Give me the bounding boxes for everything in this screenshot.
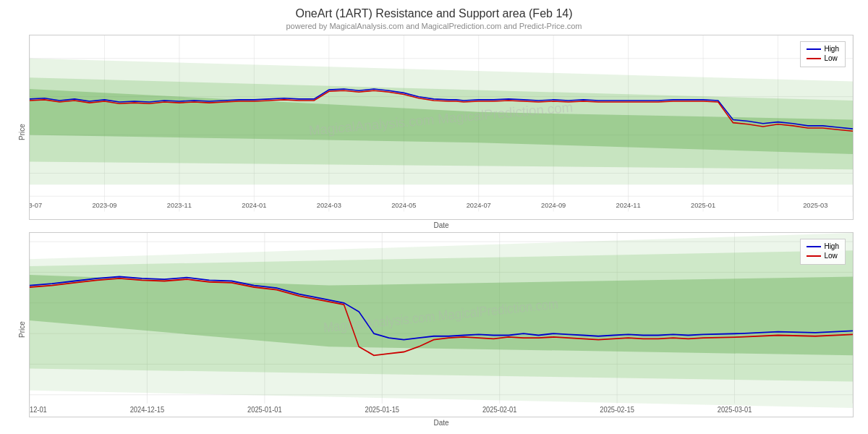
charts-area: Price [14,35,854,427]
chart2-y-label: Price [14,232,29,427]
legend-low-item: Low [807,54,839,62]
svg-text:2025-02-01: 2025-02-01 [482,405,517,414]
legend2-high-label: High [824,242,839,250]
legend2-low-line [807,255,821,257]
svg-text:2024-11: 2024-11 [616,201,641,209]
svg-text:2024-09: 2024-09 [541,201,566,209]
svg-text:2024-03: 2024-03 [317,201,341,209]
chart1-y-label: Price [14,35,29,229]
chart1-wrapper: Price [14,35,854,229]
chart2-svg: 0.008 0.006 0.004 0.002 0.000 -0.002 202… [30,233,853,417]
chart2-wrapper: Price [14,232,854,427]
legend2-high-line [807,246,821,247]
svg-text:2025-01-15: 2025-01-15 [365,405,400,414]
chart2-area: 0.008 0.006 0.004 0.002 0.000 -0.002 202… [29,232,854,417]
svg-text:2025-03-01: 2025-03-01 [718,405,752,414]
chart2-legend: High Low [800,239,846,265]
legend-high-item: High [807,45,839,53]
svg-text:2025-01-01: 2025-01-01 [247,405,282,414]
legend-high-line [807,48,821,50]
legend2-high-item: High [807,242,839,250]
svg-text:2025-02-15: 2025-02-15 [600,405,634,414]
svg-text:2024-07: 2024-07 [467,201,491,209]
svg-text:2025-03: 2025-03 [803,201,827,209]
chart1-x-label: Date [29,221,854,229]
chart1-legend: High Low [800,41,846,67]
chart1-svg: 0.02 0.01 0.00 -0.01 2023-07 2023-09 202… [30,35,853,219]
legend-high-label: High [824,45,839,53]
svg-text:2024-05: 2024-05 [391,201,416,209]
legend2-low-label: Low [824,252,837,260]
svg-text:2025-01: 2025-01 [691,201,715,209]
svg-text:2024-12-01: 2024-12-01 [30,405,47,414]
legend-low-line [807,58,821,59]
subtitle: powered by MagicalAnalysis.com and Magic… [14,22,854,30]
svg-text:2024-12-15: 2024-12-15 [130,405,165,414]
main-title: OneArt (1ART) Resistance and Support are… [14,7,854,20]
chart2-x-label: Date [29,419,854,427]
legend2-low-item: Low [807,252,839,260]
svg-text:2023-07: 2023-07 [30,201,42,209]
svg-text:2023-09: 2023-09 [92,201,116,209]
legend-low-label: Low [824,54,837,62]
svg-text:2023-11: 2023-11 [167,201,192,209]
chart1-area: 0.02 0.01 0.00 -0.01 2023-07 2023-09 202… [29,35,854,220]
svg-text:2024-01: 2024-01 [242,201,266,209]
page-container: OneArt (1ART) Resistance and Support are… [0,0,868,434]
